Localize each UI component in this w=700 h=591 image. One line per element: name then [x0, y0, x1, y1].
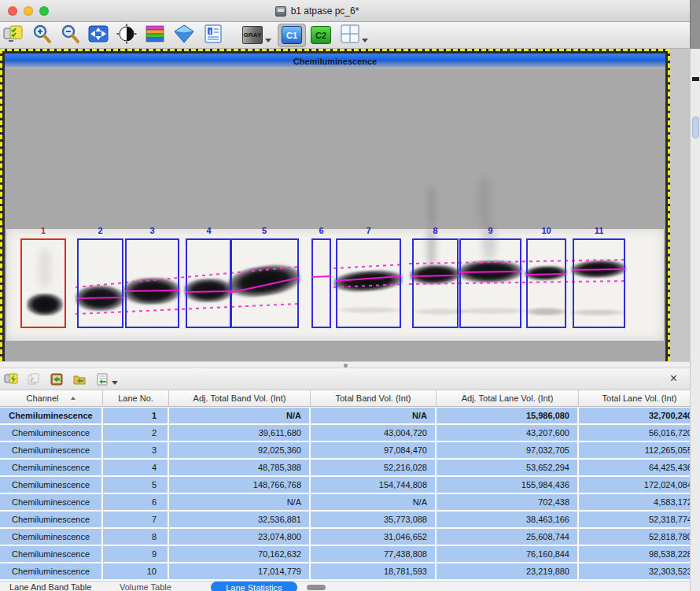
tab-lane-statistics[interactable]: Lane Statistics: [211, 582, 297, 591]
lane-box-7[interactable]: [336, 238, 401, 328]
lane-box-3[interactable]: [125, 238, 179, 328]
layout-grid-dropdown[interactable]: [341, 24, 368, 47]
lane-box-5[interactable]: [230, 238, 299, 328]
copy-icon: [27, 372, 41, 386]
table-row[interactable]: Chemiluminescence448,785,38852,216,02853…: [0, 460, 700, 475]
image-info-button[interactable]: i: [203, 24, 223, 47]
table-cell: Chemiluminescence: [0, 477, 103, 493]
table-cell: 39,611,680: [169, 425, 311, 441]
zoom-in-icon: [31, 24, 52, 47]
table-row[interactable]: Chemiluminescence1017,014,77918,781,5932…: [0, 563, 700, 579]
lane-number-11: 11: [573, 226, 625, 235]
fit-to-window-button[interactable]: [88, 24, 109, 47]
blue-diamond-icon: [173, 24, 195, 47]
table-cell: 5: [103, 477, 169, 493]
table-cell: 52,318,774: [579, 512, 700, 527]
table-cell: Chemiluminescence: [0, 546, 103, 562]
table-cell: 15,986,080: [437, 408, 579, 423]
table-cell: 7: [103, 512, 169, 527]
recalculate-table-button[interactable]: [4, 372, 18, 386]
table-cell: 31,046,652: [311, 529, 437, 545]
channel-2-button[interactable]: C2: [311, 24, 331, 47]
column-header-adj-total-lane-vol[interactable]: Adj. Total Lane Vol. (Int): [437, 390, 579, 407]
table-cell: 64,425,436: [579, 460, 700, 475]
column-header-adj-total-band-vol[interactable]: Adj. Total Band Vol. (Int): [169, 390, 311, 407]
lane-box-11[interactable]: [573, 238, 625, 328]
window-edge: [690, 0, 700, 49]
lane-number-1: 1: [20, 226, 66, 235]
vertical-scrollbar-thumb[interactable]: [692, 116, 699, 139]
table-cell: 77,438,808: [311, 546, 437, 562]
zoom-in-button[interactable]: [31, 24, 52, 47]
channel-1-button[interactable]: C1: [278, 24, 306, 47]
table-cell: 4,583,172: [579, 494, 700, 510]
gray-colormap-dropdown[interactable]: GRAY: [242, 24, 271, 47]
panel-splitter[interactable]: [0, 361, 690, 368]
svg-text:i: i: [209, 28, 211, 35]
channel-2-icon: C2: [311, 26, 331, 44]
fit-to-window-icon: [88, 24, 109, 47]
chevron-down-icon: [112, 381, 118, 385]
table-row[interactable]: Chemiluminescence970,162,63277,438,80876…: [0, 546, 700, 562]
table-row[interactable]: Chemiluminescence823,074,80031,046,65225…: [0, 529, 700, 545]
table-cell: 155,984,436: [437, 477, 579, 493]
export-folder-icon: [72, 372, 87, 386]
table-row[interactable]: Chemiluminescence5148,766,768154,744,808…: [0, 477, 700, 493]
lane-number-10: 10: [526, 226, 566, 235]
table-cell: 35,773,088: [311, 512, 437, 527]
lane-box-2[interactable]: [77, 238, 123, 328]
lane-box-10[interactable]: [526, 238, 566, 328]
app-window: b1 atpase pc_6*: [0, 0, 700, 591]
vertical-scrollbar[interactable]: [690, 49, 700, 591]
table-cell: 702,438: [437, 494, 579, 510]
table-row[interactable]: Chemiluminescence1N/AN/A15,986,08032,700…: [0, 408, 700, 423]
table-header-row: Channel Lane No. Adj. Total Band Vol. (I…: [0, 390, 700, 407]
table-cell: 32,700,240: [579, 408, 700, 423]
table-cell: 25,608,744: [437, 529, 579, 545]
table-cell: 70,162,632: [169, 546, 311, 562]
column-header-lane-no[interactable]: Lane No.: [103, 390, 169, 407]
close-table-button[interactable]: ×: [670, 371, 677, 386]
lane-box-1[interactable]: [20, 238, 66, 328]
export-report-dropdown[interactable]: [95, 372, 118, 386]
table-cell: 6: [103, 494, 169, 510]
lane-box-9[interactable]: [459, 238, 521, 328]
table-cell: 1: [103, 408, 169, 423]
lane-number-8: 8: [412, 226, 459, 235]
export-report-icon: [95, 372, 109, 386]
table-row[interactable]: Chemiluminescence732,536,88135,773,08838…: [0, 512, 700, 527]
table-row[interactable]: Chemiluminescence239,611,68043,004,72043…: [0, 425, 700, 441]
zoom-out-button[interactable]: [60, 24, 80, 47]
table-cell: 43,004,720: [311, 425, 437, 441]
footer-scroll-thumb[interactable]: [307, 585, 326, 590]
channel-header: Chemiluminescence: [5, 54, 665, 68]
chevron-down-icon: [265, 39, 271, 42]
column-header-total-band-vol[interactable]: Total Band Vol. (Int): [311, 390, 437, 407]
table-cell: 98,538,228: [579, 546, 700, 562]
table-row[interactable]: Chemiluminescence392,025,36097,084,47097…: [0, 442, 700, 458]
export-to-folder-button[interactable]: [72, 372, 87, 386]
main-toolbar: i GRAY C1 C2: [0, 22, 700, 49]
lane-box-6[interactable]: [311, 238, 331, 328]
column-header-total-lane-vol[interactable]: Total Lane Vol. (Int): [579, 390, 700, 407]
transform-view-button[interactable]: [173, 24, 195, 47]
table-cell: 97,032,705: [437, 442, 579, 458]
table-cell: N/A: [311, 408, 437, 423]
colormap-button[interactable]: [145, 24, 165, 47]
table-row[interactable]: Chemiluminescence6N/AN/A702,4384,583,172: [0, 494, 700, 510]
monitor-settings-icon: [3, 24, 24, 47]
brightness-contrast-button[interactable]: [116, 24, 137, 47]
lane-box-8[interactable]: [412, 238, 459, 328]
copy-table-button[interactable]: [27, 372, 41, 386]
column-header-channel[interactable]: Channel: [0, 390, 103, 407]
lane-box-4[interactable]: [186, 238, 232, 328]
lane-number-5: 5: [230, 226, 299, 235]
export-to-image-button[interactable]: [50, 372, 64, 386]
table-cell: Chemiluminescence: [0, 563, 103, 579]
tab-lane-and-band-table[interactable]: Lane And Band Table: [9, 582, 91, 591]
table-cell: 92,025,360: [169, 442, 311, 458]
chevron-down-icon: [362, 39, 368, 42]
image-transform-button[interactable]: [3, 24, 24, 47]
lane-number-4: 4: [186, 226, 232, 235]
tab-volume-table[interactable]: Volume Table: [120, 582, 171, 591]
